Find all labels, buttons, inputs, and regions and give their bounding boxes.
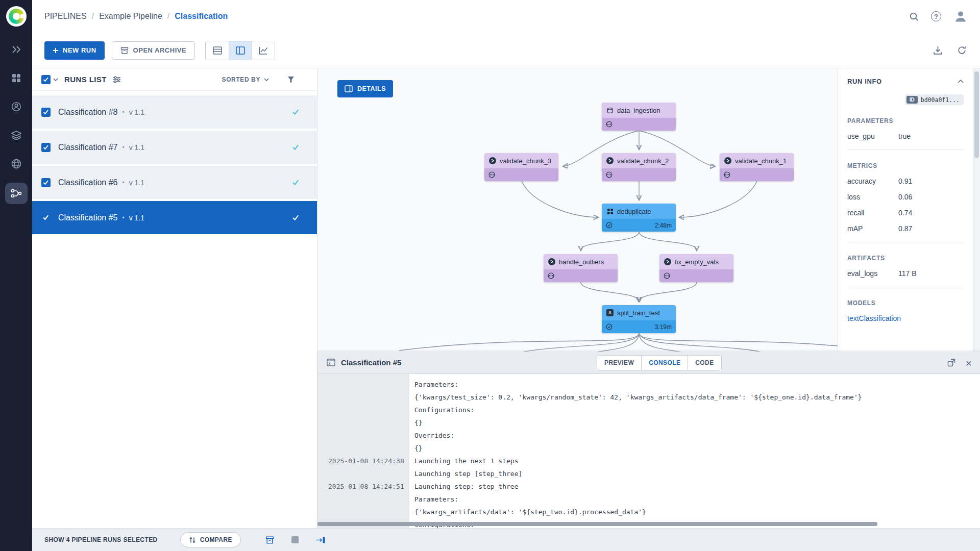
node-duration: 2:48m bbox=[655, 222, 672, 229]
dag-node-split-train-test[interactable]: split_train_test 3:19m bbox=[602, 305, 676, 333]
abort-icon[interactable] bbox=[291, 536, 299, 543]
user-avatar-icon[interactable] bbox=[953, 9, 968, 23]
run-row-selected[interactable]: Classification #5 v 1.1 bbox=[32, 201, 317, 234]
view-toggle-group bbox=[205, 41, 275, 60]
archive-icon bbox=[120, 46, 129, 55]
section-divider bbox=[847, 287, 964, 287]
model-link[interactable]: textClassification bbox=[847, 314, 964, 322]
separator-dot bbox=[122, 214, 125, 221]
archive-action-icon[interactable] bbox=[265, 536, 274, 544]
download-icon[interactable] bbox=[933, 45, 943, 55]
log-line: {'kwargs/test_size': 0.2, 'kwargs/random… bbox=[317, 391, 980, 404]
parameters-section-title: PARAMETERS bbox=[847, 117, 964, 124]
status-completed-icon bbox=[606, 323, 612, 330]
auto-refresh-icon[interactable] bbox=[957, 45, 967, 55]
run-detail-icon bbox=[327, 359, 335, 366]
dag-node-data-ingestion[interactable]: data_ingestion bbox=[602, 103, 676, 131]
run-row[interactable]: Classification #7 v 1.1 bbox=[32, 131, 317, 164]
dag-node-validate-chunk-2[interactable]: validate_chunk_2 bbox=[602, 153, 676, 181]
console-log[interactable]: Parameters: {'kwargs/test_size': 0.2, 'k… bbox=[317, 374, 980, 528]
run-checkbox[interactable] bbox=[41, 143, 51, 152]
actions-toolbar: NEW RUN OPEN ARCHIVE bbox=[32, 33, 980, 68]
collapse-panel-icon[interactable] bbox=[958, 80, 964, 83]
split-view-button[interactable] bbox=[229, 41, 252, 60]
runs-list-header: RUNS LIST SORTED BY bbox=[32, 68, 317, 91]
dag-node-handle-outliers[interactable]: handle_outliers bbox=[544, 254, 618, 282]
open-archive-button[interactable]: OPEN ARCHIVE bbox=[112, 41, 195, 60]
log-line: Overrides: bbox=[317, 429, 980, 442]
step-icon bbox=[606, 157, 614, 164]
close-icon[interactable]: × bbox=[966, 358, 972, 368]
datasets-icon[interactable] bbox=[5, 126, 28, 145]
selection-dropdown-icon[interactable] bbox=[53, 78, 58, 81]
artifact-row: eval_logs 117 B bbox=[847, 269, 964, 278]
status-pending-icon bbox=[606, 171, 612, 178]
completed-check-icon bbox=[292, 180, 300, 186]
projects-icon[interactable] bbox=[5, 68, 28, 88]
tab-preview[interactable]: PREVIEW bbox=[597, 356, 641, 370]
clearml-logo-icon[interactable] bbox=[6, 6, 27, 27]
details-panel-icon bbox=[345, 85, 353, 92]
run-info-title: RUN INFO bbox=[847, 78, 882, 85]
run-checkbox[interactable] bbox=[41, 213, 51, 222]
console-panel: Classification #5 PREVIEW CONSOLE CODE ×… bbox=[317, 352, 980, 528]
tab-console[interactable]: CONSOLE bbox=[641, 356, 688, 370]
new-run-button[interactable]: NEW RUN bbox=[44, 41, 105, 60]
breadcrumb-separator bbox=[92, 12, 94, 21]
run-action-icon[interactable] bbox=[316, 536, 326, 544]
breadcrumb-separator bbox=[167, 12, 169, 21]
run-row[interactable]: Classification #8 v 1.1 bbox=[32, 95, 317, 129]
quickstart-icon[interactable] bbox=[5, 40, 28, 59]
open-in-window-icon[interactable] bbox=[947, 359, 955, 367]
search-icon[interactable] bbox=[909, 12, 919, 21]
sorted-by-dropdown[interactable]: SORTED BY bbox=[222, 76, 269, 83]
selection-footer: SHOW 4 PIPELINE RUNS SELECTED COMPARE bbox=[32, 528, 980, 551]
dag-node-validate-chunk-3[interactable]: validate_chunk_3 bbox=[484, 153, 558, 181]
select-all-checkbox[interactable] bbox=[41, 75, 51, 84]
separator-dot bbox=[122, 109, 125, 116]
horizontal-scrollbar[interactable] bbox=[317, 522, 877, 526]
step-icon bbox=[548, 258, 555, 265]
log-line: {'kwargs_artifacts/data': '${step_two.id… bbox=[317, 506, 980, 518]
run-id-value: bd00a0f1... bbox=[921, 96, 960, 104]
status-pending-icon bbox=[548, 272, 554, 279]
vertical-scrollbar[interactable] bbox=[973, 68, 980, 352]
filter-icon[interactable] bbox=[287, 76, 295, 83]
step-icon bbox=[664, 258, 671, 265]
customize-columns-icon[interactable] bbox=[113, 76, 121, 83]
app-window: PIPELINES Example Pipeline Classificatio… bbox=[0, 0, 980, 551]
hyperdatasets-icon[interactable] bbox=[5, 154, 28, 173]
compare-button[interactable]: COMPARE bbox=[180, 532, 241, 547]
status-pending-icon bbox=[664, 272, 670, 279]
breadcrumb-current: Classification bbox=[175, 12, 228, 21]
pipelines-icon[interactable] bbox=[5, 183, 28, 204]
tab-code[interactable]: CODE bbox=[688, 356, 721, 370]
table-view-button[interactable] bbox=[206, 41, 229, 60]
log-line: Parameters: bbox=[317, 378, 980, 391]
details-button[interactable]: DETAILS bbox=[337, 80, 393, 97]
parameter-row: use_gpu true bbox=[847, 132, 964, 140]
dag-node-deduplicate[interactable]: deduplicate 2:48m bbox=[602, 204, 676, 232]
log-line: Parameters: bbox=[317, 493, 980, 506]
database-icon bbox=[606, 107, 614, 114]
dag-node-fix-empty-vals[interactable]: fix_empty_vals bbox=[659, 254, 733, 282]
node-duration: 3:19m bbox=[655, 323, 672, 331]
dag-node-validate-chunk-1[interactable]: validate_chunk_1 bbox=[720, 153, 794, 181]
run-id-pill[interactable]: ID bd00a0f1... bbox=[905, 94, 964, 105]
breadcrumb-section[interactable]: PIPELINES bbox=[44, 12, 87, 21]
run-checkbox[interactable] bbox=[41, 108, 51, 117]
status-pending-icon bbox=[724, 171, 730, 178]
metrics-section-title: METRICS bbox=[847, 162, 964, 169]
metric-row: recall 0.74 bbox=[847, 209, 964, 217]
run-checkbox[interactable] bbox=[41, 178, 51, 187]
breadcrumb-project[interactable]: Example Pipeline bbox=[99, 12, 162, 21]
console-header: Classification #5 PREVIEW CONSOLE CODE × bbox=[317, 352, 980, 374]
text-step-icon bbox=[606, 309, 614, 316]
scrollbar-thumb[interactable] bbox=[974, 71, 979, 158]
log-line: {} bbox=[317, 416, 980, 429]
metric-row: mAP 0.87 bbox=[847, 224, 964, 233]
run-row[interactable]: Classification #6 v 1.1 bbox=[32, 166, 317, 199]
chart-view-button[interactable] bbox=[252, 41, 275, 60]
help-icon[interactable] bbox=[931, 11, 941, 21]
workers-icon[interactable] bbox=[5, 97, 28, 116]
